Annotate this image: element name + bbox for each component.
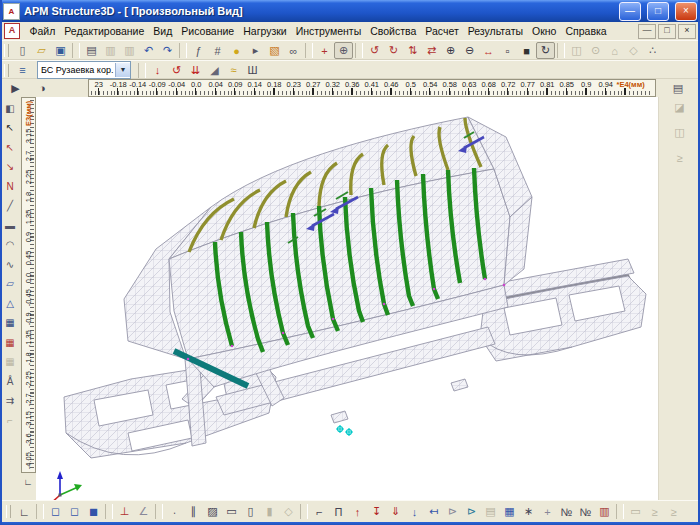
copy-load-icon[interactable]: ▤ <box>481 503 500 520</box>
pressure-load-icon[interactable]: ◢ <box>205 62 224 79</box>
mesh-tool-icon[interactable]: ▦ <box>2 315 19 331</box>
viewport[interactable] <box>36 97 658 500</box>
csys-indicator-icon[interactable]: ∟ <box>15 503 34 520</box>
rotate-view-left-icon[interactable]: ↺ <box>365 42 384 59</box>
rotate-mode-icon[interactable]: ◑ <box>33 80 52 97</box>
flag-end-icon[interactable]: ⊳ <box>462 503 481 520</box>
draw-hatch-icon[interactable]: ▨ <box>203 503 222 520</box>
cone-tool-icon[interactable]: △ <box>2 295 19 311</box>
menu-item[interactable]: Нагрузки <box>239 23 292 39</box>
flag-start-icon[interactable]: ⊳ <box>443 503 462 520</box>
menu-item[interactable]: Расчет <box>421 23 463 39</box>
mdi-restore-button[interactable]: □ <box>658 24 676 39</box>
draw-node-icon[interactable]: ∙ <box>165 503 184 520</box>
section-icon[interactable]: П <box>329 503 348 520</box>
support-direction-icon[interactable]: ↤ <box>424 503 443 520</box>
select-arrow-icon[interactable]: ↖ <box>2 120 19 136</box>
combobox-dropdown-icon[interactable]: ▼ <box>115 63 130 77</box>
workplane-xoy-icon[interactable]: ◻ <box>46 503 65 520</box>
maximize-button[interactable]: □ <box>647 2 669 21</box>
rotate-view-right-icon[interactable]: ↻ <box>384 42 403 59</box>
red-book-icon[interactable]: ▥ <box>595 503 614 520</box>
plate-tool-icon[interactable]: ▱ <box>2 276 19 292</box>
paste-icon[interactable]: ▥ <box>120 42 139 59</box>
menu-item[interactable]: Рисование <box>177 23 239 39</box>
window-b-icon[interactable]: ≥ <box>645 503 664 520</box>
mesh-edit-icon[interactable]: ▦ <box>2 334 19 350</box>
print-view-icon[interactable]: ▤ <box>669 80 688 97</box>
force-node-icon[interactable]: ↑ <box>348 503 367 520</box>
local-cs-icon[interactable]: ⊥ <box>115 503 134 520</box>
add-increment-icon[interactable]: + <box>538 503 557 520</box>
menu-item[interactable]: Результаты <box>463 23 527 39</box>
distributed-load-icon[interactable]: ⇊ <box>186 62 205 79</box>
rotate-view-vertical-icon[interactable]: ⇅ <box>403 42 422 59</box>
palette-icon[interactable]: ● <box>227 42 246 59</box>
menu-item[interactable]: Инструменты <box>291 23 365 39</box>
draw-extra-icon[interactable]: ◇ <box>279 503 298 520</box>
support-icon[interactable]: ↓ <box>405 503 424 520</box>
edit-line-icon[interactable]: ╱ <box>2 198 19 214</box>
moment-icon[interactable]: ↺ <box>167 62 186 79</box>
open-folder-icon[interactable]: ▱ <box>32 42 51 59</box>
select-move-icon[interactable]: ↖ <box>2 139 19 155</box>
material-icon[interactable]: ▧ <box>265 42 284 59</box>
scale-model-icon[interactable]: ƒ <box>189 42 208 59</box>
zoom-window-icon[interactable]: ▫ <box>498 42 517 59</box>
minimize-button[interactable]: — <box>619 2 641 21</box>
draw-solid-icon[interactable]: ▮ <box>260 503 279 520</box>
window-c-icon[interactable]: ≥ <box>664 503 683 520</box>
pick-cursor-icon[interactable]: ▸ <box>246 42 265 59</box>
mdi-minimize-button[interactable]: — <box>638 24 656 39</box>
draw-box-wire-icon[interactable]: ▯ <box>241 503 260 520</box>
save-icon[interactable]: ▣ <box>51 42 70 59</box>
snap-grid-icon[interactable]: # <box>208 42 227 59</box>
menu-item[interactable]: Вид <box>149 23 177 39</box>
toolbar-grip[interactable] <box>4 64 9 77</box>
load-diagram-icon[interactable]: Ш <box>243 62 262 79</box>
draw-beam-icon[interactable]: ∥ <box>184 503 203 520</box>
view-window-icon[interactable]: ◧ <box>2 100 19 116</box>
zoom-in-icon[interactable]: ⊕ <box>441 42 460 59</box>
workplane-xoz-icon[interactable]: ◻ <box>65 503 84 520</box>
loadcase-mode-icon[interactable]: ≡ <box>13 62 32 79</box>
viewport-canvas[interactable] <box>36 97 658 500</box>
rotate-view-horizontal-icon[interactable]: ⇄ <box>422 42 441 59</box>
node-tool-icon[interactable]: N <box>2 178 19 194</box>
spline-tool-icon[interactable]: ∿ <box>2 256 19 272</box>
toolbar-grip[interactable] <box>4 44 9 57</box>
beam-tool-icon[interactable]: ▬ <box>2 217 19 233</box>
force-beam-icon[interactable]: ↧ <box>367 503 386 520</box>
hand-tool-icon[interactable]: ⌐ <box>2 412 19 428</box>
link-elements-icon[interactable]: ∞ <box>284 42 303 59</box>
document-icon[interactable]: A <box>4 23 20 39</box>
force-icon[interactable]: ↓ <box>148 62 167 79</box>
select-mode-icon[interactable]: ▶ <box>6 80 25 97</box>
new-file-icon[interactable]: ▯ <box>13 42 32 59</box>
menu-item[interactable]: Справка <box>561 23 611 39</box>
close-button[interactable]: × <box>675 2 697 21</box>
menu-item[interactable]: Редактирование <box>60 23 149 39</box>
select-drag-icon[interactable]: ↘ <box>2 159 19 175</box>
draw-box-icon[interactable]: ▭ <box>222 503 241 520</box>
extra-view-icon[interactable]: ≥ <box>670 149 689 166</box>
local-axes-icon[interactable]: ⇉ <box>2 393 19 409</box>
temperature-load-icon[interactable]: ≈ <box>224 62 243 79</box>
mdi-close-button[interactable]: × <box>678 24 696 39</box>
title-bar[interactable]: A APM Structure3D - [ Произвольный Вид] … <box>0 0 700 22</box>
rotate-scene-icon[interactable]: ↻ <box>536 42 555 59</box>
explode-points-icon[interactable]: ∴ <box>643 42 662 59</box>
dynamic-pan-icon[interactable]: ◫ <box>567 42 586 59</box>
menu-item[interactable]: Свойства <box>366 23 421 39</box>
workplane-yoz-icon[interactable]: ◼ <box>84 503 103 520</box>
print-icon[interactable]: ▤ <box>82 42 101 59</box>
undo-icon[interactable]: ↶ <box>139 42 158 59</box>
numbering-elements-icon[interactable]: № <box>576 503 595 520</box>
dynamic-zoom-icon[interactable]: ⊙ <box>586 42 605 59</box>
copy-icon[interactable]: ▥ <box>101 42 120 59</box>
redo-icon[interactable]: ↷ <box>158 42 177 59</box>
menu-item[interactable]: Окно <box>528 23 561 39</box>
export-view-icon[interactable]: ◪ <box>670 99 689 116</box>
dynamic-rotate-icon[interactable]: ⌂ <box>605 42 624 59</box>
toolbar-grip[interactable] <box>6 505 11 518</box>
